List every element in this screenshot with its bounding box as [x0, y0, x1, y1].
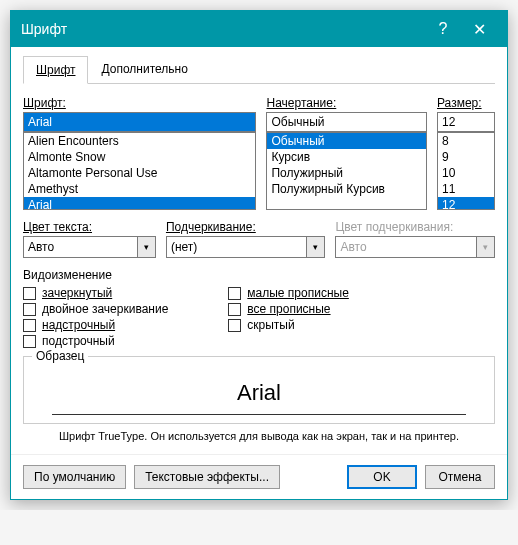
chevron-down-icon[interactable]: ▾	[307, 236, 325, 258]
close-button[interactable]: ✕	[461, 20, 497, 39]
list-item[interactable]: 8	[438, 133, 494, 149]
list-item[interactable]: Almonte Snow	[24, 149, 255, 165]
list-item[interactable]: 10	[438, 165, 494, 181]
check-smallcaps[interactable]: малые прописные	[228, 286, 349, 300]
list-item[interactable]: Полужирный	[267, 165, 426, 181]
window-title: Шрифт	[21, 21, 425, 37]
ok-button[interactable]: OK	[347, 465, 417, 489]
help-button[interactable]: ?	[425, 20, 461, 38]
cancel-button[interactable]: Отмена	[425, 465, 495, 489]
list-item[interactable]: 11	[438, 181, 494, 197]
tab-font[interactable]: Шрифт	[23, 56, 88, 84]
check-allcaps[interactable]: все прописные	[228, 302, 349, 316]
preview-group: Образец Arial	[23, 356, 495, 424]
chevron-down-icon[interactable]: ▾	[138, 236, 156, 258]
titlebar: Шрифт ? ✕	[11, 11, 507, 47]
list-item[interactable]: Alien Encounters	[24, 133, 255, 149]
list-item[interactable]: Amethyst	[24, 181, 255, 197]
style-listbox[interactable]: Обычный Курсив Полужирный Полужирный Кур…	[266, 132, 427, 210]
size-label: Размер:	[437, 96, 495, 110]
underline-select[interactable]: (нет) ▾	[166, 236, 326, 258]
tab-advanced[interactable]: Дополнительно	[88, 55, 200, 83]
list-item[interactable]: Altamonte Personal Use	[24, 165, 255, 181]
size-input[interactable]: 12	[437, 112, 495, 132]
preview-label: Образец	[32, 349, 88, 363]
check-strikethrough[interactable]: зачеркнутый	[23, 286, 168, 300]
chevron-down-icon: ▾	[477, 236, 495, 258]
check-subscript[interactable]: подстрочный	[23, 334, 168, 348]
underline-color-select: Авто ▾	[335, 236, 495, 258]
size-listbox[interactable]: 8 9 10 11 12	[437, 132, 495, 210]
list-item[interactable]: Полужирный Курсив	[267, 181, 426, 197]
font-label: Шрифт:	[23, 96, 256, 110]
font-listbox[interactable]: Alien Encounters Almonte Snow Altamonte …	[23, 132, 256, 210]
check-double-strike[interactable]: двойное зачеркивание	[23, 302, 168, 316]
default-button[interactable]: По умолчанию	[23, 465, 126, 489]
color-select[interactable]: Авто ▾	[23, 236, 156, 258]
style-label: Начертание:	[266, 96, 427, 110]
text-effects-button[interactable]: Текстовые эффекты...	[134, 465, 280, 489]
preview-text: Arial	[52, 371, 466, 415]
underline-color-label: Цвет подчеркивания:	[335, 220, 495, 234]
list-item[interactable]: 12	[438, 197, 494, 210]
list-item[interactable]: Arial	[24, 197, 255, 210]
tabstrip: Шрифт Дополнительно	[23, 55, 495, 84]
effects-label: Видоизменение	[23, 268, 495, 282]
font-dialog: Шрифт ? ✕ Шрифт Дополнительно Шрифт: Ari…	[10, 10, 508, 500]
check-hidden[interactable]: скрытый	[228, 318, 349, 332]
list-item[interactable]: Курсив	[267, 149, 426, 165]
list-item[interactable]: 9	[438, 149, 494, 165]
check-superscript[interactable]: надстрочный	[23, 318, 168, 332]
color-label: Цвет текста:	[23, 220, 156, 234]
style-input[interactable]: Обычный	[266, 112, 427, 132]
button-row: По умолчанию Текстовые эффекты... OK Отм…	[11, 454, 507, 499]
font-input[interactable]: Arial	[23, 112, 256, 132]
font-description: Шрифт TrueType. Он используется для выво…	[23, 430, 495, 442]
underline-label: Подчеркивание:	[166, 220, 326, 234]
list-item[interactable]: Обычный	[267, 133, 426, 149]
